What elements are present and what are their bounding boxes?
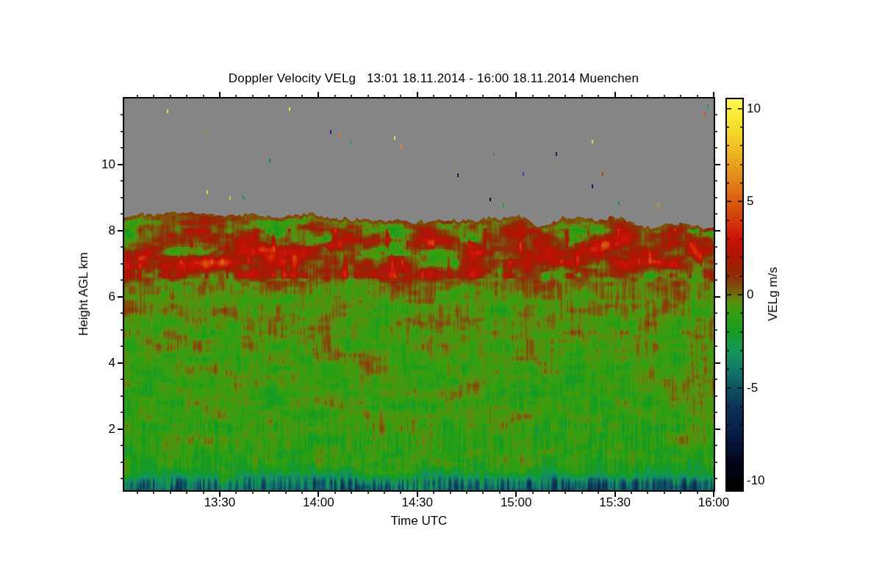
ytick-label: 2 xyxy=(85,423,115,436)
xtick-label: 14:30 xyxy=(401,496,433,509)
xtick-label: 15:00 xyxy=(501,496,532,509)
colorbar-label: VELg m/s xyxy=(766,267,781,321)
xtick-label: 16:00 xyxy=(698,496,730,509)
ytick-label: 4 xyxy=(85,356,115,370)
x-axis-label: Time UTC xyxy=(391,514,448,528)
xtick-label: 15:30 xyxy=(599,496,631,509)
ytick-label: 6 xyxy=(85,290,115,304)
xtick-label: 14:00 xyxy=(303,496,334,509)
ytick-label: 8 xyxy=(85,224,115,237)
cbtick-label: 5 xyxy=(747,195,753,208)
doppler-velocity-figure: Doppler Velocity VELg 13:01 18.11.2014 -… xyxy=(0,0,882,588)
cbtick-label: 10 xyxy=(747,102,761,115)
ytick-label: 10 xyxy=(85,158,115,171)
xtick-label: 13:30 xyxy=(204,496,236,509)
cbtick-label: 0 xyxy=(747,288,753,301)
cbtick-label: -10 xyxy=(747,474,765,487)
cbtick-label: -5 xyxy=(747,381,758,395)
chart-title: Doppler Velocity VELg 13:01 18.11.2014 -… xyxy=(229,71,639,86)
